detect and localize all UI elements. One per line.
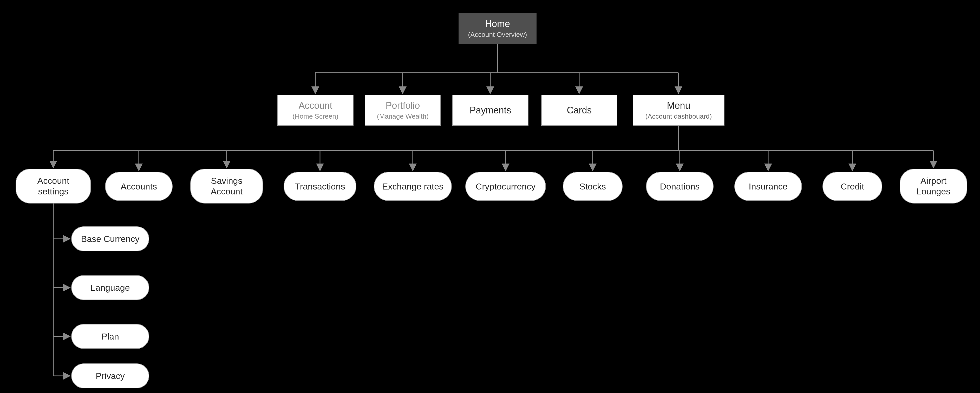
node-subtitle: (Home Screen) bbox=[293, 112, 338, 121]
node-title: Cards bbox=[567, 105, 592, 116]
node-title: Plan bbox=[101, 331, 119, 342]
node-title: Privacy bbox=[95, 371, 124, 381]
node-title: Accounts bbox=[121, 181, 157, 192]
node-subtitle: (Manage Wealth) bbox=[377, 112, 429, 121]
node-transactions[interactable]: Transactions bbox=[283, 172, 356, 201]
node-title: Airport Lounges bbox=[905, 176, 961, 197]
node-subtitle: (Account dashbouard) bbox=[646, 112, 712, 121]
node-home[interactable]: Home (Account Overview) bbox=[458, 13, 536, 44]
node-insurance[interactable]: Insurance bbox=[734, 172, 802, 201]
node-title: Insurance bbox=[749, 181, 788, 192]
node-credit[interactable]: Credit bbox=[822, 172, 882, 201]
node-cards[interactable]: Cards bbox=[541, 95, 617, 126]
node-title: Payments bbox=[469, 105, 511, 116]
node-privacy[interactable]: Privacy bbox=[71, 363, 149, 388]
node-menu[interactable]: Menu (Account dashbouard) bbox=[633, 95, 724, 126]
node-base-currency[interactable]: Base Currency bbox=[71, 227, 149, 251]
node-title: Account bbox=[298, 100, 332, 111]
node-title: Home bbox=[485, 18, 510, 29]
node-donations[interactable]: Donations bbox=[646, 172, 714, 201]
node-title: Menu bbox=[667, 100, 690, 111]
node-account-settings[interactable]: Account settings bbox=[16, 169, 91, 203]
node-title: Transactions bbox=[295, 181, 345, 192]
node-payments[interactable]: Payments bbox=[452, 95, 528, 126]
node-title: Stocks bbox=[579, 181, 606, 192]
node-savings-account[interactable]: Savings Account bbox=[190, 169, 263, 203]
sitemap-diagram: Home (Account Overview) Account (Home Sc… bbox=[0, 0, 980, 393]
node-title: Exchange rates bbox=[382, 181, 444, 192]
node-airport-lounges[interactable]: Airport Lounges bbox=[900, 169, 967, 203]
node-title: Language bbox=[91, 282, 130, 293]
node-plan[interactable]: Plan bbox=[71, 324, 149, 349]
node-portfolio[interactable]: Portfolio (Manage Wealth) bbox=[365, 95, 441, 126]
node-title: Portfolio bbox=[385, 100, 420, 111]
node-stocks[interactable]: Stocks bbox=[563, 172, 622, 201]
node-accounts[interactable]: Accounts bbox=[105, 172, 173, 201]
node-language[interactable]: Language bbox=[71, 275, 149, 300]
node-account[interactable]: Account (Home Screen) bbox=[277, 95, 353, 126]
node-title: Savings Account bbox=[196, 176, 257, 197]
node-exchange-rates[interactable]: Exchange rates bbox=[374, 172, 452, 201]
node-title: Account settings bbox=[21, 176, 85, 197]
node-title: Credit bbox=[841, 181, 864, 192]
node-title: Base Currency bbox=[81, 234, 140, 244]
node-cryptocurrency[interactable]: Cryptocurrency bbox=[465, 172, 546, 201]
node-subtitle: (Account Overview) bbox=[468, 30, 527, 39]
node-title: Cryptocurrency bbox=[476, 181, 536, 192]
node-title: Donations bbox=[660, 181, 700, 192]
